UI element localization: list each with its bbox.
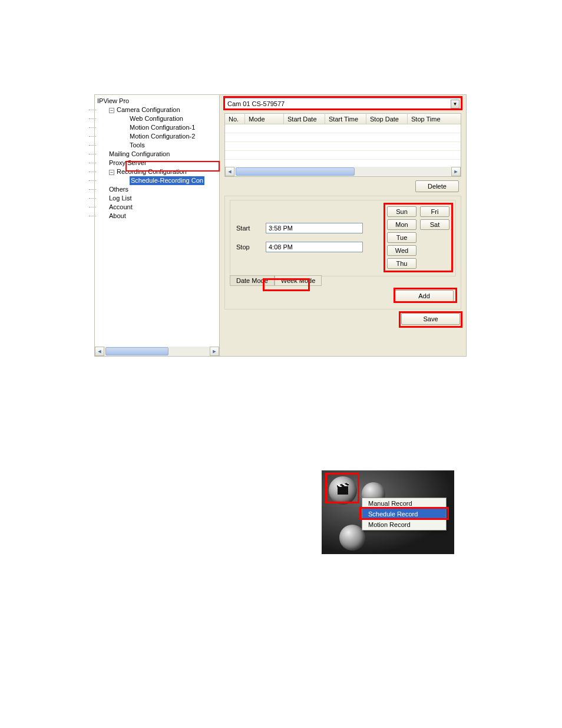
tree-account[interactable]: Account [97,203,217,212]
camera-select[interactable]: Cam 01 CS-579577 ▼ [224,98,461,110]
col-start-date[interactable]: Start Date [284,114,325,124]
right-panel: Cam 01 CS-579577 ▼ No. Mode Start Date S… [220,95,466,356]
day-thu-button[interactable]: Thu [387,258,416,269]
chevron-down-icon[interactable]: ▼ [451,100,459,108]
time-day-panel: Start Stop Sun Mon Tue Wed Th [230,200,456,276]
scroll-thumb[interactable] [236,167,355,176]
scroll-track[interactable] [104,347,210,356]
tree-log-list[interactable]: Log List [97,194,217,203]
scroll-thumb[interactable] [105,347,168,355]
schedule-table: No. Mode Start Date Start Time Stop Date… [224,113,461,177]
days-group: Sun Mon Tue Wed Thu Fri Sat [387,206,449,269]
scroll-right-icon[interactable]: ► [210,347,219,356]
delete-row: Delete [224,180,461,192]
tree-panel: IPView Pro −Camera Configuration Web Con… [95,95,220,356]
record-button[interactable] [329,476,357,505]
tab-date-mode[interactable]: Date Mode [230,275,275,286]
tree-web-configuration[interactable]: Web Configuration [97,114,217,123]
tree-selected-label: Schedule-Recording Con [130,176,204,185]
stop-label: Stop [236,243,260,251]
day-mon-button[interactable]: Mon [387,219,416,230]
tree-schedule-recording[interactable]: Schedule-Recording Con [97,176,217,185]
days-col-1: Sun Mon Tue Wed Thu [387,206,416,269]
table-row[interactable] [225,133,461,142]
col-stop-date[interactable]: Stop Date [366,114,408,124]
day-sun-button[interactable]: Sun [387,206,416,217]
stop-time-input[interactable] [266,242,363,252]
config-window: IPView Pro −Camera Configuration Web Con… [94,94,467,357]
tree-others[interactable]: Others [97,185,217,194]
col-start-time[interactable]: Start Time [325,114,366,124]
clapperboard-icon [338,486,348,495]
start-time-input[interactable] [266,223,363,233]
col-mode[interactable]: Mode [245,114,284,124]
record-toolbar-clip: Manual Record Schedule Record Motion Rec… [322,470,454,554]
tree-camera-configuration[interactable]: −Camera Configuration [97,106,217,114]
menu-motion-record[interactable]: Motion Record [362,519,446,530]
col-stop-time[interactable]: Stop Time [408,114,449,124]
stop-row: Stop [236,242,381,252]
day-sat-button[interactable]: Sat [420,219,449,230]
collapse-icon[interactable]: − [109,108,114,113]
schedule-form-group: Start Stop Sun Mon Tue Wed Th [224,196,461,309]
save-row: Save [224,313,461,325]
add-row: Add [230,286,456,302]
tree-recording-configuration[interactable]: −Recording Configuration [97,167,217,176]
record-context-menu: Manual Record Schedule Record Motion Rec… [362,498,447,531]
tree-mailing-configuration[interactable]: Mailing Configuration [97,150,217,159]
save-button[interactable]: Save [401,313,460,325]
time-column: Start Stop [236,206,381,269]
mode-tabs: Date Mode Week Mode [230,276,456,286]
tree-root[interactable]: IPView Pro [97,97,217,106]
collapse-icon[interactable]: − [109,170,114,175]
tree-label: Camera Configuration [117,106,180,113]
table-scrollbar[interactable]: ◄ ► [225,167,461,176]
day-fri-button[interactable]: Fri [420,206,449,217]
scroll-right-icon[interactable]: ► [451,167,461,176]
tree-proxy-server[interactable]: Proxy Server [97,159,217,167]
tree-content: IPView Pro −Camera Configuration Web Con… [95,95,219,222]
days-col-2: Fri Sat [420,206,449,269]
tab-week-mode[interactable]: Week Mode [275,275,322,286]
table-row[interactable] [225,151,461,160]
start-row: Start [236,223,381,233]
scroll-track[interactable] [234,167,451,176]
tree-scrollbar[interactable]: ◄ ► [95,347,219,356]
menu-schedule-record[interactable]: Schedule Record [362,509,446,519]
delete-button[interactable]: Delete [415,180,459,192]
scroll-left-icon[interactable]: ◄ [225,167,234,176]
table-header: No. Mode Start Date Start Time Stop Date… [225,114,461,124]
tree-about[interactable]: About [97,212,217,220]
scroll-left-icon[interactable]: ◄ [95,347,104,356]
table-body [225,124,461,160]
day-wed-button[interactable]: Wed [387,245,416,256]
add-button[interactable]: Add [395,290,454,302]
menu-manual-record[interactable]: Manual Record [362,498,446,509]
table-row[interactable] [225,124,461,133]
start-label: Start [236,225,260,232]
tree-tools[interactable]: Tools [97,141,217,150]
camera-select-value: Cam 01 CS-579577 [227,100,285,107]
tree-motion-config-1[interactable]: Motion Configuration-1 [97,123,217,132]
table-row[interactable] [225,142,461,151]
day-tue-button[interactable]: Tue [387,232,416,243]
tree-label: Recording Configuration [117,168,187,175]
tree-motion-config-2[interactable]: Motion Configuration-2 [97,132,217,141]
col-no[interactable]: No. [225,114,245,124]
